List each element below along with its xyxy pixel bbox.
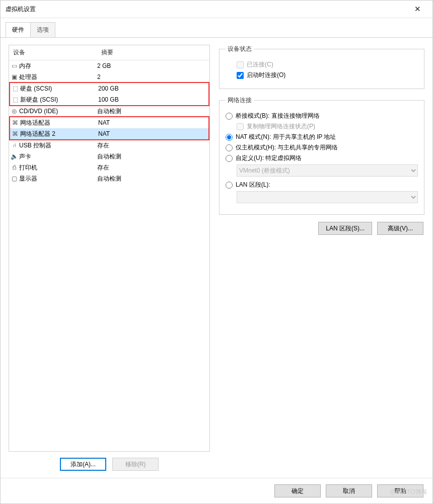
memory-icon: ▭ bbox=[9, 62, 19, 69]
cdrom-icon: ◎ bbox=[9, 108, 19, 115]
tab-options[interactable]: 选项 bbox=[30, 22, 55, 37]
replicate-checkbox bbox=[237, 123, 244, 130]
disk-icon: ⬚ bbox=[10, 96, 20, 103]
device-row-printer[interactable]: ⎙ 打印机 存在 bbox=[9, 162, 209, 173]
custom-radio[interactable] bbox=[226, 155, 233, 162]
advanced-button[interactable]: 高级(V)... bbox=[377, 222, 423, 235]
right-pane: 设备状态 已连接(C) 启动时连接(O) 网络连接 桥接模式(B): 直接连接物… bbox=[219, 45, 424, 473]
network-icon: ⌘ bbox=[10, 130, 20, 137]
col-summary: 摘要 bbox=[97, 45, 209, 60]
nat-radio[interactable] bbox=[226, 134, 233, 141]
disk-icon: ⬚ bbox=[10, 85, 20, 92]
replicate-label: 复制物理网络连接状态(P) bbox=[247, 122, 315, 131]
lan-segments-button[interactable]: LAN 区段(S)... bbox=[318, 222, 372, 235]
network-icon: ⌘ bbox=[10, 119, 20, 126]
sound-icon: 🔈 bbox=[9, 153, 19, 160]
tab-strip: 硬件 选项 bbox=[1, 18, 432, 38]
replicate-row: 复制物理网络连接状态(P) bbox=[226, 122, 418, 131]
remove-button: 移除(R) bbox=[112, 458, 159, 471]
device-row-cdrom[interactable]: ◎ CD/DVD (IDE) 自动检测 bbox=[9, 106, 209, 117]
cpu-icon: ▣ bbox=[9, 73, 19, 80]
hostonly-label: 仅主机模式(H): 与主机共享的专用网络 bbox=[236, 143, 338, 152]
device-row-cpu[interactable]: ▣ 处理器 2 bbox=[9, 71, 209, 82]
lan-segment-select bbox=[237, 191, 418, 203]
left-pane: 设备 摘要 ▭ 内存 2 GB ▣ 处理器 2 ⬚ 硬盘 (SCSI) bbox=[9, 45, 210, 473]
help-button[interactable]: 帮助 bbox=[377, 484, 423, 497]
device-row-usb[interactable]: ⑁ USB 控制器 存在 bbox=[9, 140, 209, 151]
display-icon: ▢ bbox=[9, 175, 19, 182]
highlight-disks: ⬚ 硬盘 (SCSI) 200 GB ⬚ 新硬盘 (SCSI) 100 GB bbox=[9, 82, 209, 106]
lan-radio-row[interactable]: LAN 区段(L): bbox=[226, 181, 418, 189]
device-row-disk1[interactable]: ⬚ 硬盘 (SCSI) 200 GB bbox=[10, 83, 208, 94]
hostonly-radio-row[interactable]: 仅主机模式(H): 与主机共享的专用网络 bbox=[226, 143, 418, 152]
col-device: 设备 bbox=[9, 45, 97, 60]
device-row-sound[interactable]: 🔈 声卡 自动检测 bbox=[9, 151, 209, 162]
dialog-body: 设备 摘要 ▭ 内存 2 GB ▣ 处理器 2 ⬚ 硬盘 (SCSI) bbox=[1, 38, 432, 478]
connected-checkbox-row[interactable]: 已连接(C) bbox=[226, 60, 418, 69]
device-status-group: 设备状态 已连接(C) 启动时连接(O) bbox=[219, 45, 424, 89]
titlebar: 虚拟机设置 ✕ bbox=[1, 1, 432, 18]
connected-checkbox bbox=[237, 61, 244, 68]
lan-radio[interactable] bbox=[226, 182, 233, 189]
nat-radio-row[interactable]: NAT 模式(N): 用于共享主机的 IP 地址 bbox=[226, 133, 418, 141]
dialog-footer: 确定 取消 帮助 bbox=[1, 478, 432, 503]
network-connection-legend: 网络连接 bbox=[226, 96, 254, 105]
connect-on-start-label: 启动时连接(O) bbox=[247, 71, 285, 79]
connect-on-start-row[interactable]: 启动时连接(O) bbox=[226, 71, 418, 79]
network-connection-group: 网络连接 桥接模式(B): 直接连接物理网络 复制物理网络连接状态(P) NAT… bbox=[219, 96, 424, 215]
highlight-nics: ⌘ 网络适配器 NAT ⌘ 网络适配器 2 NAT bbox=[9, 116, 209, 140]
device-row-nic1[interactable]: ⌘ 网络适配器 NAT bbox=[10, 117, 208, 128]
device-list-header: 设备 摘要 bbox=[9, 45, 209, 60]
custom-label: 自定义(U): 特定虚拟网络 bbox=[236, 154, 302, 162]
bridge-radio-row[interactable]: 桥接模式(B): 直接连接物理网络 bbox=[226, 112, 418, 120]
nat-label: NAT 模式(N): 用于共享主机的 IP 地址 bbox=[236, 133, 336, 141]
device-row-disk2[interactable]: ⬚ 新硬盘 (SCSI) 100 GB bbox=[10, 94, 208, 105]
connected-label: 已连接(C) bbox=[247, 60, 273, 69]
close-icon[interactable]: ✕ bbox=[406, 5, 428, 14]
printer-icon: ⎙ bbox=[9, 164, 19, 171]
vm-settings-window: 虚拟机设置 ✕ 硬件 选项 设备 摘要 ▭ 内存 2 GB ▣ 处理器 bbox=[0, 0, 433, 504]
right-buttons: LAN 区段(S)... 高级(V)... bbox=[219, 222, 424, 235]
device-list[interactable]: 设备 摘要 ▭ 内存 2 GB ▣ 处理器 2 ⬚ 硬盘 (SCSI) bbox=[9, 45, 210, 452]
usb-icon: ⑁ bbox=[9, 142, 19, 149]
bridge-radio[interactable] bbox=[226, 113, 233, 120]
ok-button[interactable]: 确定 bbox=[274, 484, 321, 497]
tab-hardware[interactable]: 硬件 bbox=[6, 22, 31, 37]
lan-label: LAN 区段(L): bbox=[236, 181, 270, 189]
device-row-display[interactable]: ▢ 显示器 自动检测 bbox=[9, 173, 209, 184]
window-title: 虚拟机设置 bbox=[5, 5, 406, 14]
custom-radio-row[interactable]: 自定义(U): 特定虚拟网络 bbox=[226, 154, 418, 162]
device-list-buttons: 添加(A)... 移除(R) bbox=[9, 452, 210, 473]
hostonly-radio[interactable] bbox=[226, 144, 233, 151]
bridge-label: 桥接模式(B): 直接连接物理网络 bbox=[236, 112, 320, 120]
device-status-legend: 设备状态 bbox=[226, 45, 254, 53]
connect-on-start-checkbox[interactable] bbox=[237, 72, 244, 79]
add-button[interactable]: 添加(A)... bbox=[60, 458, 106, 471]
vmnet-select: VMnet0 (桥接模式) bbox=[237, 164, 418, 177]
device-row-memory[interactable]: ▭ 内存 2 GB bbox=[9, 60, 209, 71]
device-row-nic2[interactable]: ⌘ 网络适配器 2 NAT bbox=[10, 128, 208, 139]
cancel-button[interactable]: 取消 bbox=[326, 484, 372, 497]
